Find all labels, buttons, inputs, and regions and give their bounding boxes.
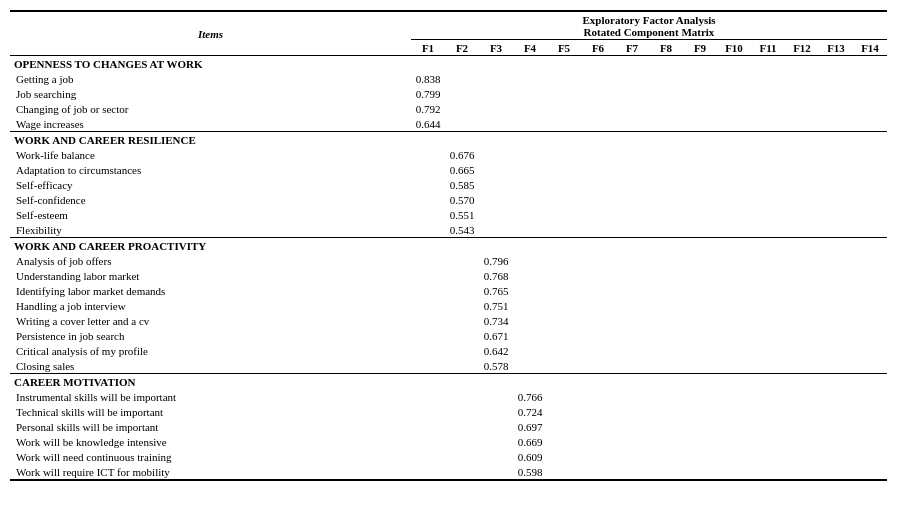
f5-value: [547, 162, 581, 177]
category-row: WORK AND CAREER PROACTIVITY: [10, 238, 887, 254]
f14-value: [853, 358, 887, 374]
f8-value: [649, 101, 683, 116]
f5-value: [547, 222, 581, 238]
f4-value: 0.609: [513, 449, 547, 464]
f9-value: [683, 404, 717, 419]
f1-value: [411, 449, 445, 464]
f11-value: [751, 434, 785, 449]
f10-value: [717, 222, 751, 238]
f13-value: [819, 162, 853, 177]
f14-value: [853, 101, 887, 116]
f13-value: [819, 207, 853, 222]
f6-value: [581, 192, 615, 207]
table-row: Analysis of job offers0.796: [10, 253, 887, 268]
f4-value: 0.724: [513, 404, 547, 419]
f4-value: [513, 268, 547, 283]
f12-value: [785, 343, 819, 358]
f10-value: [717, 207, 751, 222]
f9-value: [683, 298, 717, 313]
f3-value: [479, 434, 513, 449]
title-line1: Exploratory Factor Analysis: [582, 14, 715, 26]
f2-value: 0.570: [445, 192, 479, 207]
f4-value: [513, 101, 547, 116]
f2-value: [445, 101, 479, 116]
f13-value: [819, 222, 853, 238]
f12-value: [785, 434, 819, 449]
f8-value: [649, 177, 683, 192]
f1-value: [411, 192, 445, 207]
f7-value: [615, 147, 649, 162]
item-label: Persistence in job search: [10, 328, 411, 343]
f5-value: [547, 253, 581, 268]
f5-value: [547, 389, 581, 404]
f1-value: [411, 358, 445, 374]
f8-value: [649, 298, 683, 313]
f6-value: [581, 71, 615, 86]
f11-value: [751, 343, 785, 358]
item-label: Self-esteem: [10, 207, 411, 222]
f9-value: [683, 116, 717, 132]
f2-value: [445, 86, 479, 101]
f13-value: [819, 449, 853, 464]
f9-value: [683, 86, 717, 101]
f11-value: [751, 419, 785, 434]
f5-value: [547, 101, 581, 116]
f14-value: [853, 328, 887, 343]
f6-value: [581, 177, 615, 192]
f7-value: [615, 268, 649, 283]
f10-value: [717, 419, 751, 434]
category-row: OPENNESS TO CHANGES AT WORK: [10, 56, 887, 72]
f10-value: [717, 101, 751, 116]
table-row: Flexibility0.543: [10, 222, 887, 238]
f14-value: [853, 253, 887, 268]
f11-value: [751, 404, 785, 419]
f4-value: 0.697: [513, 419, 547, 434]
item-label: Instrumental skills will be important: [10, 389, 411, 404]
f6-value: [581, 404, 615, 419]
f6-value: [581, 268, 615, 283]
f3-value: [479, 116, 513, 132]
f7-value: [615, 328, 649, 343]
f12-value: [785, 207, 819, 222]
table-row: Self-confidence0.570: [10, 192, 887, 207]
f10-value: [717, 343, 751, 358]
f13-value: [819, 116, 853, 132]
f11-value: [751, 207, 785, 222]
table-row: Writing a cover letter and a cv0.734: [10, 313, 887, 328]
f11-value: [751, 358, 785, 374]
f6-value: [581, 434, 615, 449]
f1-value: 0.644: [411, 116, 445, 132]
table-row: Personal skills will be important0.697: [10, 419, 887, 434]
f9-value: [683, 71, 717, 86]
f2-value: [445, 313, 479, 328]
f10-value: [717, 283, 751, 298]
f7-value: [615, 313, 649, 328]
f11-value: [751, 192, 785, 207]
f3-value: 0.578: [479, 358, 513, 374]
f13-value: [819, 192, 853, 207]
f4-value: [513, 222, 547, 238]
f1-value: [411, 268, 445, 283]
f8-value: [649, 222, 683, 238]
f12-value: [785, 147, 819, 162]
f6-value: [581, 328, 615, 343]
f1-value: [411, 222, 445, 238]
f12-value: [785, 86, 819, 101]
f9-value: [683, 464, 717, 480]
f12-value: [785, 192, 819, 207]
f9-value: [683, 434, 717, 449]
f8-header: F8: [649, 40, 683, 56]
item-label: Analysis of job offers: [10, 253, 411, 268]
f9-value: [683, 358, 717, 374]
f8-value: [649, 268, 683, 283]
item-label: Understanding labor market: [10, 268, 411, 283]
f14-value: [853, 434, 887, 449]
f13-header: F13: [819, 40, 853, 56]
f12-value: [785, 449, 819, 464]
f2-value: [445, 419, 479, 434]
f5-value: [547, 71, 581, 86]
f1-value: [411, 298, 445, 313]
f9-value: [683, 101, 717, 116]
f13-value: [819, 343, 853, 358]
f9-header: F9: [683, 40, 717, 56]
